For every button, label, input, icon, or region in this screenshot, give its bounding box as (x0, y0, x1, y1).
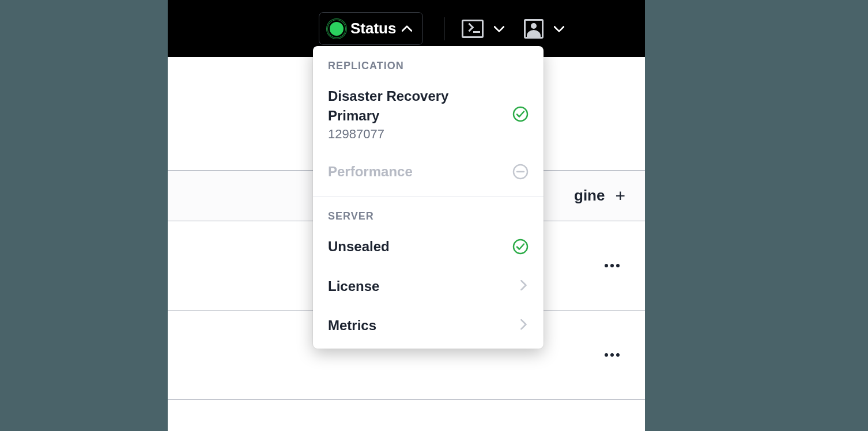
seal-status-icon (330, 22, 344, 36)
section-label-replication: REPLICATION (313, 46, 544, 77)
svg-point-3 (514, 240, 527, 254)
enable-engine-label-fragment: gine (574, 187, 605, 205)
license-title: License (328, 277, 379, 296)
chevron-up-icon (403, 26, 412, 32)
minus-circle-icon (512, 164, 529, 180)
menu-item-disaster-recovery[interactable]: Disaster Recovery Primary 12987077 (313, 77, 544, 152)
unsealed-title: Unsealed (328, 237, 390, 256)
app-frame: Status gine + (168, 0, 645, 431)
user-icon (524, 19, 544, 39)
status-dropdown-trigger[interactable]: Status (319, 12, 423, 45)
menu-item-unsealed[interactable]: Unsealed (313, 227, 544, 266)
menu-item-license[interactable]: License (313, 267, 544, 306)
terminal-icon (462, 20, 484, 38)
menu-item-metrics[interactable]: Metrics (313, 306, 544, 345)
metrics-title: Metrics (328, 316, 376, 335)
dr-title-line2: Primary (328, 107, 448, 125)
chevron-right-icon (520, 319, 529, 332)
more-actions-button[interactable] (605, 264, 620, 267)
check-circle-icon (512, 239, 529, 255)
chevron-down-icon (554, 26, 563, 32)
dr-title-line1: Disaster Recovery (328, 87, 448, 105)
plus-icon: + (615, 186, 625, 206)
performance-title: Performance (328, 162, 413, 181)
vertical-divider (444, 17, 444, 40)
chevron-down-icon (494, 26, 503, 32)
more-actions-button[interactable] (605, 353, 620, 357)
console-dropdown[interactable] (462, 20, 503, 38)
svg-point-0 (514, 107, 527, 121)
check-circle-icon (512, 106, 529, 122)
section-label-server: SERVER (313, 196, 544, 227)
status-dropdown-panel: REPLICATION Disaster Recovery Primary 12… (313, 46, 544, 349)
status-label: Status (350, 20, 396, 37)
chevron-right-icon (520, 280, 529, 293)
dr-id: 12987077 (328, 127, 448, 142)
user-dropdown[interactable] (524, 19, 563, 39)
menu-item-performance[interactable]: Performance (313, 152, 544, 191)
